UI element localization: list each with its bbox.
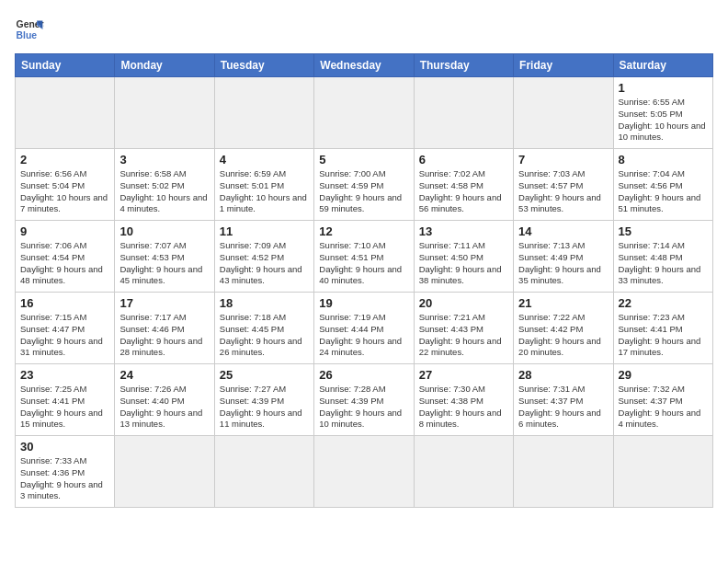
day-info: Sunrise: 7:13 AM Sunset: 4:49 PM Dayligh…: [518, 240, 608, 287]
day-number: 19: [319, 296, 408, 310]
weekday-header: Monday: [115, 54, 214, 77]
day-number: 21: [518, 296, 608, 310]
day-info: Sunrise: 7:15 AM Sunset: 4:47 PM Dayligh…: [20, 312, 109, 359]
day-info: Sunrise: 7:02 AM Sunset: 4:58 PM Dayligh…: [419, 168, 508, 215]
calendar-cell: 8Sunrise: 7:04 AM Sunset: 4:56 PM Daylig…: [613, 149, 712, 221]
calendar-cell: 7Sunrise: 7:03 AM Sunset: 4:57 PM Daylig…: [514, 149, 613, 221]
calendar-week-row: 16Sunrise: 7:15 AM Sunset: 4:47 PM Dayli…: [16, 293, 713, 364]
day-info: Sunrise: 7:03 AM Sunset: 4:57 PM Dayligh…: [518, 168, 608, 215]
day-info: Sunrise: 6:55 AM Sunset: 5:05 PM Dayligh…: [619, 97, 708, 144]
svg-text:Blue: Blue: [17, 30, 38, 40]
calendar-cell: 18Sunrise: 7:18 AM Sunset: 4:45 PM Dayli…: [214, 293, 313, 364]
calendar-cell: [214, 77, 313, 149]
day-number: 23: [20, 368, 109, 382]
calendar-cell: 26Sunrise: 7:28 AM Sunset: 4:39 PM Dayli…: [314, 364, 414, 436]
calendar-cell: 23Sunrise: 7:25 AM Sunset: 4:41 PM Dayli…: [16, 364, 115, 436]
day-number: 30: [20, 440, 109, 454]
calendar-cell: 16Sunrise: 7:15 AM Sunset: 4:47 PM Dayli…: [16, 293, 115, 364]
day-number: 2: [20, 153, 109, 167]
day-number: 27: [419, 368, 508, 382]
day-info: Sunrise: 7:09 AM Sunset: 4:52 PM Dayligh…: [220, 240, 309, 287]
calendar-cell: [414, 77, 513, 149]
logo: General Blue: [15, 15, 48, 44]
calendar-cell: 4Sunrise: 6:59 AM Sunset: 5:01 PM Daylig…: [214, 149, 313, 221]
day-info: Sunrise: 7:33 AM Sunset: 4:36 PM Dayligh…: [20, 455, 109, 502]
day-number: 4: [220, 153, 309, 167]
logo-icon: General Blue: [15, 15, 44, 44]
weekday-header: Friday: [514, 54, 613, 77]
day-info: Sunrise: 7:22 AM Sunset: 4:42 PM Dayligh…: [518, 312, 608, 359]
calendar-cell: 14Sunrise: 7:13 AM Sunset: 4:49 PM Dayli…: [514, 221, 613, 293]
calendar-cell: [16, 77, 115, 149]
day-number: 6: [419, 153, 508, 167]
day-info: Sunrise: 7:19 AM Sunset: 4:44 PM Dayligh…: [319, 312, 408, 359]
page-header: General Blue: [15, 15, 713, 44]
day-number: 14: [518, 224, 608, 238]
calendar-table: SundayMondayTuesdayWednesdayThursdayFrid…: [15, 53, 713, 508]
calendar-week-row: 23Sunrise: 7:25 AM Sunset: 4:41 PM Dayli…: [16, 364, 713, 436]
calendar-cell: 27Sunrise: 7:30 AM Sunset: 4:38 PM Dayli…: [414, 364, 513, 436]
day-number: 9: [20, 224, 109, 238]
calendar-week-row: 9Sunrise: 7:06 AM Sunset: 4:54 PM Daylig…: [16, 221, 713, 293]
day-info: Sunrise: 7:25 AM Sunset: 4:41 PM Dayligh…: [20, 384, 109, 431]
day-number: 13: [419, 224, 508, 238]
day-number: 17: [119, 296, 209, 310]
weekday-header: Wednesday: [314, 54, 414, 77]
weekday-header: Tuesday: [214, 54, 313, 77]
calendar-cell: [514, 77, 613, 149]
day-info: Sunrise: 7:14 AM Sunset: 4:48 PM Dayligh…: [619, 240, 708, 287]
day-info: Sunrise: 7:17 AM Sunset: 4:46 PM Dayligh…: [119, 312, 209, 359]
calendar-cell: [514, 436, 613, 508]
day-number: 10: [119, 224, 209, 238]
day-info: Sunrise: 7:07 AM Sunset: 4:53 PM Dayligh…: [119, 240, 209, 287]
calendar-cell: 10Sunrise: 7:07 AM Sunset: 4:53 PM Dayli…: [115, 221, 214, 293]
day-number: 5: [319, 153, 408, 167]
day-number: 11: [220, 224, 309, 238]
day-number: 1: [619, 81, 708, 95]
weekday-header-row: SundayMondayTuesdayWednesdayThursdayFrid…: [16, 54, 713, 77]
day-number: 28: [518, 368, 608, 382]
calendar-cell: 6Sunrise: 7:02 AM Sunset: 4:58 PM Daylig…: [414, 149, 513, 221]
calendar-cell: [115, 436, 214, 508]
day-number: 26: [319, 368, 408, 382]
calendar-week-row: 1Sunrise: 6:55 AM Sunset: 5:05 PM Daylig…: [16, 77, 713, 149]
calendar-cell: [314, 77, 414, 149]
day-info: Sunrise: 7:26 AM Sunset: 4:40 PM Dayligh…: [119, 384, 209, 431]
day-info: Sunrise: 7:28 AM Sunset: 4:39 PM Dayligh…: [319, 384, 408, 431]
calendar-cell: 24Sunrise: 7:26 AM Sunset: 4:40 PM Dayli…: [115, 364, 214, 436]
day-info: Sunrise: 7:31 AM Sunset: 4:37 PM Dayligh…: [518, 384, 608, 431]
day-number: 7: [518, 153, 608, 167]
calendar-cell: 28Sunrise: 7:31 AM Sunset: 4:37 PM Dayli…: [514, 364, 613, 436]
day-info: Sunrise: 7:30 AM Sunset: 4:38 PM Dayligh…: [419, 384, 508, 431]
calendar-cell: 15Sunrise: 7:14 AM Sunset: 4:48 PM Dayli…: [613, 221, 712, 293]
calendar-cell: 9Sunrise: 7:06 AM Sunset: 4:54 PM Daylig…: [16, 221, 115, 293]
day-info: Sunrise: 7:27 AM Sunset: 4:39 PM Dayligh…: [220, 384, 309, 431]
calendar-cell: 13Sunrise: 7:11 AM Sunset: 4:50 PM Dayli…: [414, 221, 513, 293]
calendar-cell: 3Sunrise: 6:58 AM Sunset: 5:02 PM Daylig…: [115, 149, 214, 221]
calendar-cell: 29Sunrise: 7:32 AM Sunset: 4:37 PM Dayli…: [613, 364, 712, 436]
calendar-cell: [314, 436, 414, 508]
day-number: 22: [619, 296, 708, 310]
day-number: 3: [119, 153, 209, 167]
calendar-cell: 19Sunrise: 7:19 AM Sunset: 4:44 PM Dayli…: [314, 293, 414, 364]
day-info: Sunrise: 7:06 AM Sunset: 4:54 PM Dayligh…: [20, 240, 109, 287]
calendar-cell: 11Sunrise: 7:09 AM Sunset: 4:52 PM Dayli…: [214, 221, 313, 293]
day-number: 18: [220, 296, 309, 310]
day-number: 29: [619, 368, 708, 382]
calendar-cell: 22Sunrise: 7:23 AM Sunset: 4:41 PM Dayli…: [613, 293, 712, 364]
calendar-cell: 2Sunrise: 6:56 AM Sunset: 5:04 PM Daylig…: [16, 149, 115, 221]
weekday-header: Saturday: [613, 54, 712, 77]
day-info: Sunrise: 7:10 AM Sunset: 4:51 PM Dayligh…: [319, 240, 408, 287]
calendar-cell: 30Sunrise: 7:33 AM Sunset: 4:36 PM Dayli…: [16, 436, 115, 508]
calendar-cell: [414, 436, 513, 508]
weekday-header: Thursday: [414, 54, 513, 77]
calendar-cell: [115, 77, 214, 149]
day-info: Sunrise: 7:23 AM Sunset: 4:41 PM Dayligh…: [619, 312, 708, 359]
day-number: 24: [119, 368, 209, 382]
calendar-cell: 12Sunrise: 7:10 AM Sunset: 4:51 PM Dayli…: [314, 221, 414, 293]
day-number: 8: [619, 153, 708, 167]
day-info: Sunrise: 7:32 AM Sunset: 4:37 PM Dayligh…: [619, 384, 708, 431]
day-number: 16: [20, 296, 109, 310]
day-number: 12: [319, 224, 408, 238]
calendar-cell: 20Sunrise: 7:21 AM Sunset: 4:43 PM Dayli…: [414, 293, 513, 364]
